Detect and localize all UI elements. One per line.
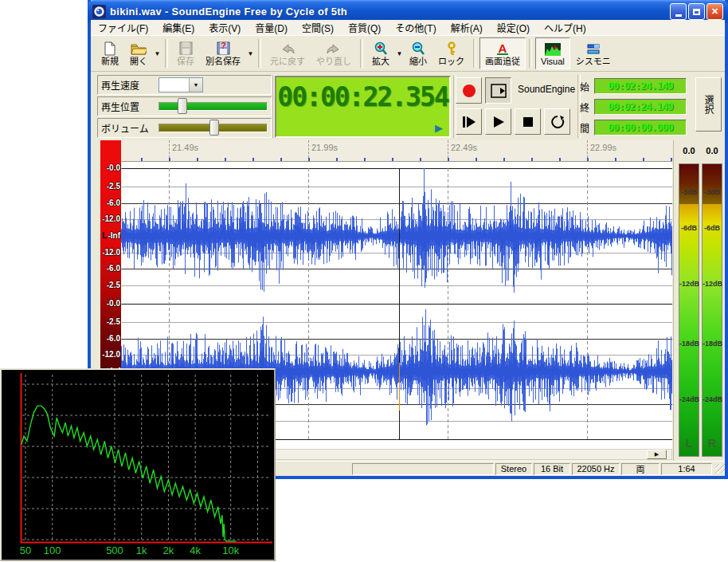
menu-item[interactable]: 解析(A) [444,19,490,36]
status-cell: 1:64 [661,463,712,475]
selection-length-value: 00:00:00.000 [594,120,687,136]
menu-item[interactable]: ヘルプ(H) [537,19,593,36]
open-dropdown-arrow[interactable]: ▼ [153,38,162,69]
ruler-minor-tick [559,158,561,161]
ruler-minor-tick [364,158,366,161]
db-scale-label: -12.0 [102,248,120,257]
stop-icon [523,116,534,128]
toolbar-separator [165,39,168,68]
volume-label: ボリューム [101,121,159,135]
play-state-icon: ▶ [435,122,443,134]
playback-panel: 再生速度 ▼ 再生位置 ボリューム [97,75,272,139]
speed-select[interactable]: ▼ [159,77,203,92]
meter-left: -3dB-6dB-12dB-18dB-24dBL [679,163,699,457]
redo-arrow-icon [326,41,342,56]
spectrum-x-tick-label: 2k [163,544,174,556]
menu-item[interactable]: 音質(Q) [341,19,388,36]
time-display: 00:00:22.354 ▶ [275,76,451,138]
record-button[interactable] [456,77,482,104]
spectrum-x-tick-label: 50 [20,544,31,556]
minimize-button[interactable] [670,3,687,20]
new-button[interactable]: 新規 [96,37,124,69]
zoom-in-dropdown-arrow[interactable]: ▼ [395,38,404,69]
volume-slider[interactable] [159,124,268,132]
meter-tick-label: -3dB [679,188,699,196]
spectrum-x-tick-label: 10k [222,544,239,556]
db-scale-label: -2.5 [107,317,120,326]
new-document-icon [104,41,116,56]
db-scale-label: -12.0 [102,214,120,223]
menu-item[interactable]: 空間(S) [295,19,341,36]
save-as-dropdown-arrow[interactable]: ▼ [246,38,255,69]
visual-chart-icon [545,41,561,56]
transport-controls: SoundEngine [456,76,577,140]
loop-button[interactable] [544,108,570,135]
volume-slider-thumb[interactable] [209,120,219,136]
spectrum-x-tick-label: 500 [106,544,123,556]
time-display-value: 00:00:22.354 [276,81,449,112]
ruler-minor-tick [671,158,672,161]
maximize-button[interactable] [688,3,705,20]
meter-tick-label: -24dB [679,395,699,403]
close-button[interactable]: ✕ [706,3,723,20]
ruler-minor-tick [392,158,393,161]
undo-button[interactable]: 元に戻す [264,37,311,69]
meter-channel-letter: L [679,436,699,450]
redo-button[interactable]: やり直し [311,37,357,69]
time-ruler[interactable]: 21.49s21.99s22.49s22.99s [121,140,672,162]
save-floppy-icon [179,41,193,56]
ruler-minor-tick [615,158,616,161]
save-as-button[interactable]: ? 別名保存 [200,37,246,69]
meter-unlit-zone [703,164,722,204]
status-cell: 両 [621,463,660,475]
db-scale-label: -0.0 [107,299,120,308]
stop-button[interactable] [515,108,541,135]
menu-item[interactable]: 編集(E) [155,19,202,36]
visual-button[interactable]: Visual [535,37,570,69]
selection-end-label: 終 [580,100,593,114]
menu-item[interactable]: 音量(D) [248,19,295,36]
ruler-minor-tick [531,158,533,161]
screen: bikini.wav - SoundEngine Free by Cycle o… [0,0,728,562]
zoom-in-icon [374,41,388,56]
toolbar-separator [529,39,532,68]
menu-item[interactable]: 設定(O) [490,19,537,36]
save-button[interactable]: 保存 [171,37,200,69]
lock-button[interactable]: ロック [432,37,470,69]
meter-tick-label: -18dB [703,340,722,348]
toolbar-separator [473,39,476,68]
speed-label: 再生速度 [101,78,159,92]
select-button[interactable]: 選択 [695,77,722,132]
position-slider[interactable] [159,102,268,111]
ruler-minor-tick [587,158,589,161]
scroll-right-arrow[interactable]: ▶ [647,450,667,459]
position-slider-thumb[interactable] [178,98,187,114]
monitor-button[interactable] [485,77,511,104]
ruler-minor-tick [503,158,505,161]
zoom-out-button[interactable]: 縮小 [404,37,432,69]
save-as-floppy-icon: ? [217,41,230,56]
menu-item[interactable]: 表示(V) [202,19,248,36]
db-scale-label: -2.5 [107,182,120,191]
meter-tick-label: -24dB [703,395,722,403]
open-button[interactable]: 開く [124,37,153,69]
follow-screen-button[interactable]: A 画面追従 [479,37,526,69]
spectrum-x-tick-label: 1k [136,544,147,556]
system-monitor-icon [586,41,601,56]
ruler-minor-tick [308,158,310,161]
db-scale-center-label: L-Inf [102,231,120,240]
zoom-in-button[interactable]: 拡大 [366,37,395,69]
play-pause-button[interactable] [456,108,482,135]
menu-item[interactable]: その他(T) [388,19,443,36]
level-meters: 0.0 0.0 -3dB-6dB-12dB-18dB-24dBL -3dB-6d… [679,140,725,461]
ruler-minor-tick [225,158,226,161]
menu-item[interactable]: ファイル(F) [91,19,155,36]
meter-tick-label: -6dB [679,224,699,232]
db-scale-label: -6.0 [107,264,120,273]
play-button[interactable] [485,108,511,135]
resize-grip[interactable] [715,464,725,474]
system-monitor-button[interactable]: シスモニ [570,37,616,69]
chevron-down-icon[interactable]: ▼ [189,78,202,92]
loop-icon [550,115,565,129]
db-scale-label: -6.0 [107,334,120,343]
